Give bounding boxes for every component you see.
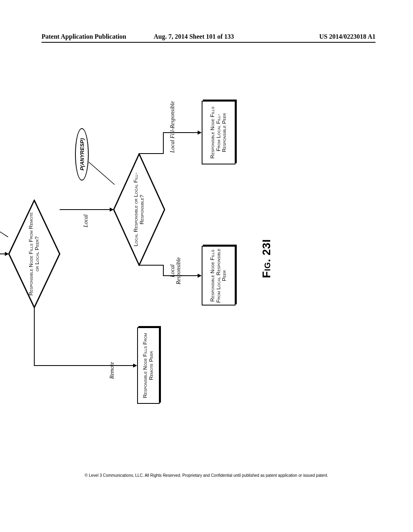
- process-local-fill-responsible-peer-text: Responsible Node Fills From Local Fill-R…: [210, 103, 228, 162]
- leader-line: [0, 214, 9, 238]
- edge: [60, 209, 111, 210]
- edge: [163, 265, 164, 276]
- header-left: Patent Application Publication: [42, 33, 126, 40]
- process-local-responsible-peer: Responsible Node Fills From Local Respon…: [202, 246, 236, 305]
- arrowhead-icon: [133, 364, 137, 368]
- arrowhead-icon: [198, 131, 202, 135]
- edge: [34, 308, 35, 366]
- flowchart: A P(RFILLREMOTE) Responsible Node Fills …: [0, 97, 383, 411]
- edge-label-local-fill-responsible: Local Fill-Responsible: [169, 101, 175, 153]
- process-remote-peer: Responsible Node Fills From Remote Peer: [137, 327, 160, 404]
- edge: [163, 133, 164, 154]
- decision-fill-responsible: Local Responsible or Local Fill-Responsi…: [113, 153, 165, 266]
- decision-remote-or-local: Responsible Node Fills From Remote or Lo…: [8, 200, 60, 308]
- edge-label-local: Local: [83, 214, 89, 227]
- edge: [139, 265, 163, 266]
- oval-anyresp: P(ANYRESP): [75, 128, 89, 181]
- figure-label: Fig. 23I: [260, 239, 273, 278]
- edge: [139, 153, 163, 154]
- page: Patent Application Publication Aug. 7, 2…: [0, 0, 413, 532]
- process-local-responsible-peer-text: Responsible Node Fills From Local Respon…: [210, 248, 228, 303]
- header-center: Aug. 7, 2014 Sheet 101 of 133: [154, 33, 234, 40]
- svg-line-3: [89, 162, 115, 185]
- oval-anyresp-label: P(ANYRESP): [79, 138, 85, 170]
- edge: [34, 365, 135, 366]
- decision-remote-or-local-text: Responsible Node Fills From Remote or Lo…: [8, 200, 60, 308]
- footer-copyright: © Level 3 Communications, LLC. All Right…: [0, 473, 413, 478]
- decision-fill-responsible-text: Local Responsible or Local Fill-Responsi…: [113, 153, 165, 266]
- arrowhead-icon: [198, 274, 202, 278]
- leader-line: [88, 157, 116, 185]
- edge: [163, 132, 199, 133]
- svg-line-1: [0, 222, 8, 237]
- edge-label-local-responsible: Local Responsible: [169, 251, 182, 291]
- process-remote-peer-text: Responsible Node Fills From Remote Peer: [142, 330, 154, 401]
- header-right: US 2014/0223018 A1: [319, 33, 375, 40]
- process-local-fill-responsible-peer: Responsible Node Fills From Local Fill-R…: [202, 101, 236, 164]
- page-header: Patent Application Publication Aug. 7, 2…: [42, 33, 375, 43]
- edge-label-remote: Remote: [109, 362, 115, 379]
